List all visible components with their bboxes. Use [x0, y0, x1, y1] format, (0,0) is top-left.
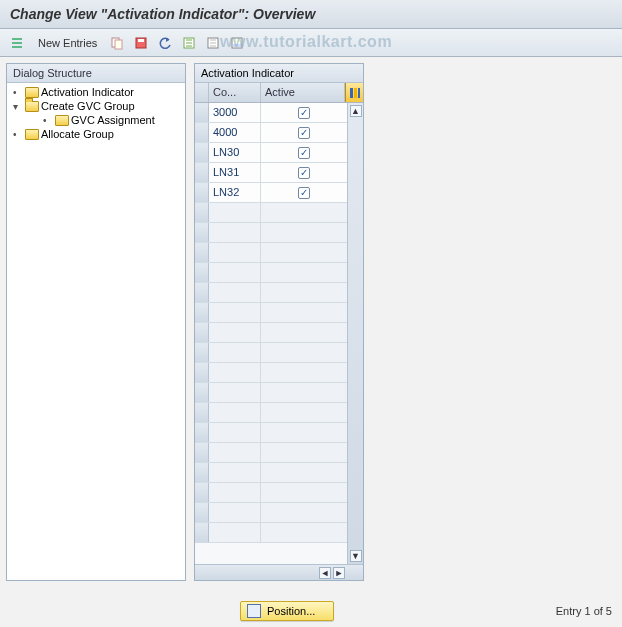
cell-code[interactable]: [209, 383, 261, 402]
table-row[interactable]: [195, 523, 347, 543]
row-selector[interactable]: [195, 523, 209, 542]
table-row[interactable]: [195, 503, 347, 523]
cell-active[interactable]: [261, 243, 347, 262]
row-selector[interactable]: [195, 243, 209, 262]
table-row[interactable]: LN32✓: [195, 183, 347, 203]
cell-code[interactable]: [209, 443, 261, 462]
cell-active[interactable]: [261, 303, 347, 322]
cell-code[interactable]: [209, 463, 261, 482]
tree-item[interactable]: •Allocate Group: [9, 127, 183, 141]
table-row[interactable]: [195, 323, 347, 343]
table-row[interactable]: LN30✓: [195, 143, 347, 163]
cell-code[interactable]: 3000: [209, 103, 261, 122]
horizontal-scrollbar[interactable]: ◄ ►: [195, 564, 363, 580]
table-row[interactable]: [195, 423, 347, 443]
row-selector[interactable]: [195, 423, 209, 442]
scroll-left-icon[interactable]: ◄: [319, 567, 331, 579]
cell-active[interactable]: [261, 223, 347, 242]
arrow-right-icon[interactable]: •: [43, 115, 53, 126]
cell-active[interactable]: [261, 463, 347, 482]
select-all-icon[interactable]: [179, 33, 199, 53]
row-selector[interactable]: [195, 323, 209, 342]
table-row[interactable]: [195, 223, 347, 243]
print-icon[interactable]: [227, 33, 247, 53]
cell-active[interactable]: ✓: [261, 143, 347, 162]
row-selector[interactable]: [195, 143, 209, 162]
cell-active[interactable]: [261, 483, 347, 502]
table-row[interactable]: [195, 263, 347, 283]
arrow-down-icon[interactable]: ▾: [13, 101, 23, 112]
cell-code[interactable]: [209, 263, 261, 282]
table-row[interactable]: [195, 443, 347, 463]
cell-active[interactable]: ✓: [261, 163, 347, 182]
cell-code[interactable]: LN31: [209, 163, 261, 182]
cell-active[interactable]: ✓: [261, 123, 347, 142]
row-selector[interactable]: [195, 283, 209, 302]
cell-active[interactable]: [261, 363, 347, 382]
column-selector[interactable]: [195, 83, 209, 102]
row-selector[interactable]: [195, 223, 209, 242]
row-selector[interactable]: [195, 463, 209, 482]
checkbox[interactable]: ✓: [298, 147, 310, 159]
cell-code[interactable]: [209, 483, 261, 502]
cell-active[interactable]: [261, 383, 347, 402]
column-code[interactable]: Co...: [209, 83, 261, 102]
save-variant-icon[interactable]: [131, 33, 151, 53]
table-row[interactable]: [195, 343, 347, 363]
table-row[interactable]: LN31✓: [195, 163, 347, 183]
expand-tree-icon[interactable]: [8, 33, 28, 53]
row-selector[interactable]: [195, 263, 209, 282]
cell-code[interactable]: [209, 223, 261, 242]
table-row[interactable]: [195, 383, 347, 403]
cell-code[interactable]: [209, 283, 261, 302]
cell-active[interactable]: [261, 523, 347, 542]
arrow-right-icon[interactable]: •: [13, 129, 23, 140]
row-selector[interactable]: [195, 503, 209, 522]
row-selector[interactable]: [195, 403, 209, 422]
cell-active[interactable]: [261, 423, 347, 442]
cell-code[interactable]: [209, 303, 261, 322]
row-selector[interactable]: [195, 123, 209, 142]
checkbox[interactable]: ✓: [298, 107, 310, 119]
cell-active[interactable]: [261, 403, 347, 422]
column-active[interactable]: Active: [261, 83, 345, 102]
cell-active[interactable]: [261, 343, 347, 362]
row-selector[interactable]: [195, 163, 209, 182]
cell-code[interactable]: [209, 423, 261, 442]
arrow-right-icon[interactable]: •: [13, 87, 23, 98]
checkbox[interactable]: ✓: [298, 187, 310, 199]
row-selector[interactable]: [195, 183, 209, 202]
cell-active[interactable]: [261, 283, 347, 302]
configure-columns-icon[interactable]: [345, 83, 363, 102]
cell-active[interactable]: [261, 503, 347, 522]
cell-code[interactable]: [209, 363, 261, 382]
table-row[interactable]: [195, 203, 347, 223]
deselect-all-icon[interactable]: [203, 33, 223, 53]
row-selector[interactable]: [195, 363, 209, 382]
scroll-down-icon[interactable]: ▼: [350, 550, 362, 562]
row-selector[interactable]: [195, 203, 209, 222]
cell-active[interactable]: [261, 263, 347, 282]
cell-active[interactable]: ✓: [261, 183, 347, 202]
table-row[interactable]: [195, 483, 347, 503]
cell-code[interactable]: [209, 323, 261, 342]
cell-active[interactable]: [261, 443, 347, 462]
row-selector[interactable]: [195, 383, 209, 402]
cell-code[interactable]: [209, 243, 261, 262]
table-row[interactable]: [195, 403, 347, 423]
cell-active[interactable]: ✓: [261, 103, 347, 122]
cell-active[interactable]: [261, 203, 347, 222]
table-row[interactable]: [195, 243, 347, 263]
scroll-up-icon[interactable]: ▲: [350, 105, 362, 117]
checkbox[interactable]: ✓: [298, 167, 310, 179]
new-entries-button[interactable]: New Entries: [32, 35, 103, 51]
copy-icon[interactable]: [107, 33, 127, 53]
table-row[interactable]: [195, 463, 347, 483]
cell-code[interactable]: [209, 203, 261, 222]
table-row[interactable]: [195, 303, 347, 323]
cell-code[interactable]: [209, 343, 261, 362]
cell-code[interactable]: LN30: [209, 143, 261, 162]
tree-item[interactable]: •GVC Assignment: [9, 113, 183, 127]
cell-code[interactable]: [209, 403, 261, 422]
undo-icon[interactable]: [155, 33, 175, 53]
